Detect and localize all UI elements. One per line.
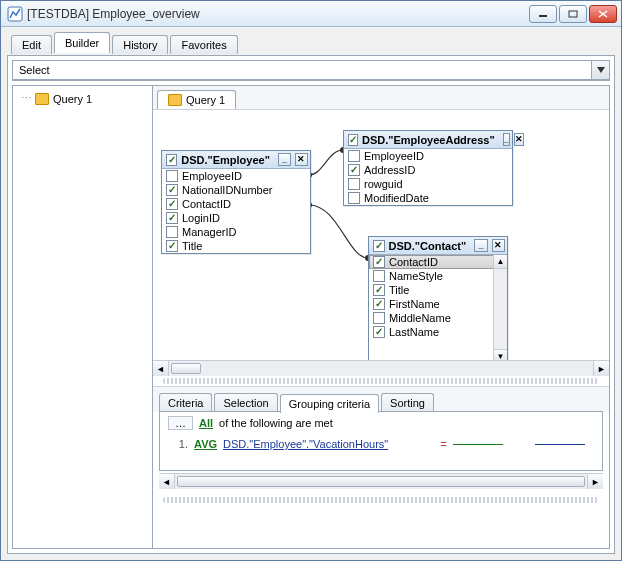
table-column-row[interactable]: ContactID [162, 197, 310, 211]
table-contact[interactable]: DSD."Contact" _ ✕ ContactIDNameStyleTitl… [368, 236, 508, 360]
criteria-all-link[interactable]: All [199, 417, 213, 429]
criteria-tabs: Criteria Selection Grouping criteria Sor… [153, 386, 609, 412]
table-column-row[interactable]: EmployeeID [162, 169, 310, 183]
column-label: MiddleName [389, 312, 451, 324]
criteria-aggregate-link[interactable]: AVG [194, 438, 217, 450]
table-scrollbar[interactable]: ▲ ▼ [493, 255, 507, 360]
scroll-left-icon[interactable]: ◄ [159, 474, 175, 489]
scroll-track[interactable] [169, 361, 593, 376]
subtab-grouping[interactable]: Grouping criteria [280, 394, 379, 413]
column-checkbox[interactable] [348, 150, 360, 162]
table-columns: EmployeeIDAddressIDrowguidModifiedDate [344, 149, 512, 205]
table-title: DSD."Employee" [181, 154, 270, 166]
column-checkbox[interactable] [373, 298, 385, 310]
table-column-row[interactable]: LastName [369, 325, 507, 339]
svg-rect-2 [569, 11, 577, 17]
column-checkbox[interactable] [166, 184, 178, 196]
table-column-row[interactable]: AddressID [344, 163, 512, 177]
scroll-right-icon[interactable]: ► [587, 474, 603, 489]
tree-item-query1[interactable]: ⋯ Query 1 [17, 90, 148, 107]
table-column-row[interactable]: Title [369, 283, 507, 297]
close-button[interactable] [589, 5, 617, 23]
table-check-all[interactable] [166, 154, 177, 166]
tab-edit[interactable]: Edit [11, 35, 52, 54]
table-header[interactable]: DSD."Employee" _ ✕ [162, 151, 310, 169]
scroll-left-icon[interactable]: ◄ [153, 361, 169, 376]
column-checkbox[interactable] [373, 312, 385, 324]
column-checkbox[interactable] [348, 178, 360, 190]
scroll-right-icon[interactable]: ► [593, 361, 609, 376]
table-column-row[interactable]: NationalIDNumber [162, 183, 310, 197]
content-area: Edit Builder History Favorites Select ⋯ [1, 27, 621, 560]
table-check-all[interactable] [373, 240, 385, 252]
table-close-icon[interactable]: ✕ [492, 239, 505, 252]
column-checkbox[interactable] [373, 270, 385, 282]
table-column-row[interactable]: EmployeeID [344, 149, 512, 163]
column-checkbox[interactable] [373, 326, 385, 338]
criteria-value-slot-2[interactable] [535, 443, 585, 445]
tab-builder[interactable]: Builder [54, 32, 110, 53]
table-column-row[interactable]: NameStyle [369, 269, 507, 283]
statement-type-dropdown[interactable] [592, 60, 610, 80]
column-checkbox[interactable] [348, 192, 360, 204]
diagram-canvas[interactable]: DSD."Employee" _ ✕ EmployeeIDNationalIDN… [153, 110, 609, 360]
scroll-thumb[interactable] [171, 363, 201, 374]
subtab-selection[interactable]: Selection [214, 393, 277, 412]
minimize-button[interactable] [529, 5, 557, 23]
tree-item-label: Query 1 [53, 93, 92, 105]
column-label: NameStyle [389, 270, 443, 282]
column-label: ContactID [182, 198, 231, 210]
table-close-icon[interactable]: ✕ [295, 153, 308, 166]
criteria-operator[interactable]: = [440, 438, 446, 450]
table-header[interactable]: DSD."Contact" _ ✕ [369, 237, 507, 255]
splitter-horizontal[interactable] [163, 378, 599, 384]
column-checkbox[interactable] [166, 212, 178, 224]
column-checkbox[interactable] [373, 284, 385, 296]
scroll-down-icon[interactable]: ▼ [494, 349, 507, 360]
criteria-column-link[interactable]: DSD."Employee"."VacationHours" [223, 438, 388, 450]
table-column-row[interactable]: ContactID [369, 255, 507, 269]
app-window: [TESTDBA] Employee_overview Edit Builder… [0, 0, 622, 561]
table-employee[interactable]: DSD."Employee" _ ✕ EmployeeIDNationalIDN… [161, 150, 311, 254]
svg-marker-5 [597, 67, 605, 73]
splitter-bottom[interactable] [163, 497, 599, 503]
table-minimize-icon[interactable]: _ [278, 153, 291, 166]
criteria-menu-button[interactable]: … [168, 416, 193, 430]
tab-history[interactable]: History [112, 35, 168, 54]
table-minimize-icon[interactable]: _ [503, 133, 510, 146]
column-checkbox[interactable] [166, 240, 178, 252]
table-column-row[interactable]: MiddleName [369, 311, 507, 325]
table-employee-address[interactable]: DSD."EmployeeAddress" _ ✕ EmployeeIDAddr… [343, 130, 513, 206]
table-column-row[interactable]: FirstName [369, 297, 507, 311]
table-minimize-icon[interactable]: _ [474, 239, 487, 252]
subtab-sorting[interactable]: Sorting [381, 393, 434, 412]
criteria-value-slot-1[interactable] [453, 443, 503, 445]
statement-type-row: Select [12, 60, 610, 81]
table-column-row[interactable]: LoginID [162, 211, 310, 225]
query-tab-1[interactable]: Query 1 [157, 90, 236, 109]
scroll-up-icon[interactable]: ▲ [494, 255, 507, 269]
table-close-icon[interactable]: ✕ [514, 133, 524, 146]
maximize-button[interactable] [559, 5, 587, 23]
table-column-row[interactable]: ModifiedDate [344, 191, 512, 205]
window-title: [TESTDBA] Employee_overview [27, 7, 529, 21]
scroll-track[interactable] [175, 474, 587, 489]
table-column-row[interactable]: rowguid [344, 177, 512, 191]
tab-favorites[interactable]: Favorites [170, 35, 237, 54]
column-checkbox[interactable] [166, 170, 178, 182]
table-check-all[interactable] [348, 134, 358, 146]
canvas-h-scrollbar[interactable]: ◄ ► [153, 360, 609, 376]
table-column-row[interactable]: ManagerID [162, 225, 310, 239]
table-column-row[interactable]: Title [162, 239, 310, 253]
criteria-h-scrollbar[interactable]: ◄ ► [159, 473, 603, 489]
table-header[interactable]: DSD."EmployeeAddress" _ ✕ [344, 131, 512, 149]
column-checkbox[interactable] [166, 226, 178, 238]
column-checkbox[interactable] [348, 164, 360, 176]
subtab-criteria[interactable]: Criteria [159, 393, 212, 412]
query-icon [35, 93, 49, 105]
column-checkbox[interactable] [373, 256, 385, 268]
table-title: DSD."EmployeeAddress" [362, 134, 495, 146]
scroll-thumb[interactable] [177, 476, 585, 487]
column-checkbox[interactable] [166, 198, 178, 210]
query-tree: ⋯ Query 1 [13, 86, 153, 548]
